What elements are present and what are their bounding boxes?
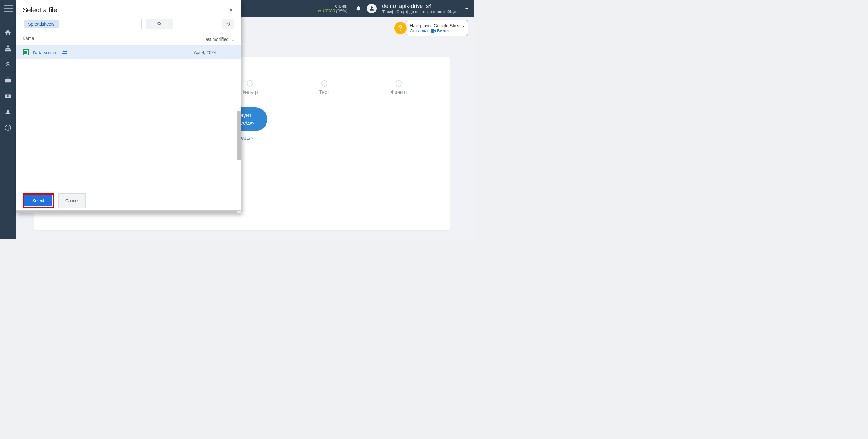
help-link-reference[interactable]: Справка (410, 28, 428, 33)
svg-point-11 (65, 50, 66, 52)
picker-list-header: Name Last modified ↓ (16, 33, 241, 46)
picker-footer: Select Cancel (16, 188, 241, 213)
step-dot-icon (396, 80, 402, 87)
column-name[interactable]: Name (23, 36, 114, 42)
step-test[interactable]: Тест (319, 80, 329, 95)
user-avatar[interactable] (367, 4, 377, 13)
svg-text:?: ? (7, 126, 9, 131)
svg-rect-7 (431, 29, 434, 33)
sort-az-icon: AZ (225, 21, 231, 27)
top-right-section: ствия: из 10'000 (35%) demo_apix-drive_s… (316, 3, 470, 14)
sort-arrow-down-icon: ↓ (231, 36, 235, 42)
help-question-icon[interactable]: ? (394, 22, 406, 34)
help-link-video[interactable]: Видео (431, 28, 451, 33)
usage-percent: (35%) (336, 8, 347, 13)
horizontal-scrollbar[interactable] (16, 210, 241, 213)
svg-text:$: $ (6, 61, 10, 68)
search-icon (157, 21, 162, 27)
step-dot-icon (247, 80, 253, 87)
cancel-button[interactable]: Cancel (58, 193, 86, 208)
sort-button[interactable]: AZ (222, 19, 235, 29)
dollar-icon[interactable]: $ (4, 61, 12, 68)
google-sheets-icon (23, 49, 29, 56)
briefcase-icon[interactable] (4, 77, 12, 83)
svg-rect-2 (7, 50, 9, 51)
step-label: Фильтр (241, 90, 258, 95)
user-info: demo_apix-drive_s4 Тариф |Старт| до опла… (382, 3, 458, 14)
chevron-down-icon[interactable] (463, 5, 470, 12)
user-icon[interactable] (4, 108, 12, 115)
svg-text:A: A (226, 22, 228, 24)
sidebar: $ ? (0, 17, 16, 239)
close-icon[interactable]: ✕ (227, 5, 235, 14)
usage-label: ствия: (335, 4, 347, 8)
picker-title: Select a file (23, 6, 57, 14)
help-widget: ? Настройка Google Sheets Справка Видео (394, 20, 468, 36)
search-button[interactable] (147, 19, 173, 29)
sitemap-icon[interactable] (4, 45, 12, 52)
picker-header: Select a file ✕ (16, 0, 241, 18)
file-type-filter[interactable]: Spreadsheets (23, 19, 142, 29)
step-finish[interactable]: Финиш (391, 80, 407, 95)
picker-file-list: Data source Apr 4, 2024 (16, 46, 241, 188)
shared-icon (62, 50, 67, 55)
step-label: Тест (319, 90, 329, 95)
usage-indicator: ствия: из 10'000 (35%) (316, 4, 347, 13)
svg-rect-3 (9, 50, 11, 51)
usage-count: из 10'000 (316, 8, 335, 13)
select-button[interactable]: Select (24, 195, 52, 206)
select-highlight-box: Select (23, 193, 54, 208)
file-picker-modal: Select a file ✕ Spreadsheets AZ Name Las… (16, 0, 241, 213)
file-row[interactable]: Data source Apr 4, 2024 (16, 46, 241, 59)
file-modified-date: Apr 4, 2024 (194, 50, 216, 55)
step-dot-icon (321, 80, 328, 87)
home-icon[interactable] (4, 29, 12, 36)
youtube-icon[interactable] (4, 93, 12, 99)
help-box: Настройка Google Sheets Справка Видео (406, 20, 468, 36)
picker-toolbar: Spreadsheets AZ (16, 18, 241, 33)
step-filter[interactable]: Фильтр (241, 80, 258, 95)
file-type-chip-label: Spreadsheets (24, 20, 59, 28)
help-title: Настройка Google Sheets (410, 23, 464, 28)
username: demo_apix-drive_s4 (382, 3, 458, 9)
bell-icon[interactable] (355, 5, 361, 11)
svg-point-10 (63, 50, 65, 53)
hamburger-menu-icon[interactable] (4, 5, 13, 12)
svg-rect-1 (5, 50, 7, 51)
tariff-text: Тариф |Старт| до оплаты осталось 91 дн (382, 9, 458, 14)
vertical-scrollbar[interactable] (238, 111, 241, 160)
step-label: Финиш (391, 90, 407, 95)
svg-rect-0 (7, 46, 9, 47)
column-modified[interactable]: Last modified ↓ (203, 36, 235, 42)
help-icon[interactable]: ? (4, 124, 12, 131)
file-name: Data source (33, 50, 58, 55)
